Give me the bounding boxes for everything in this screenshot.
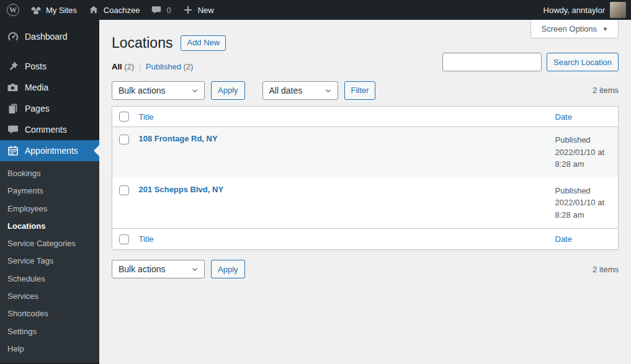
comments-count: 0: [166, 6, 171, 15]
search-input[interactable]: [442, 53, 542, 71]
all-dates-value: All dates: [269, 86, 303, 95]
comments-shortcut[interactable]: 0: [145, 0, 176, 20]
view-all-count: (2): [124, 62, 134, 71]
publish-status: Published: [555, 134, 612, 146]
filter-button[interactable]: Filter: [344, 81, 376, 100]
search-box: Search Location: [442, 53, 619, 71]
select-all-checkbox[interactable]: [119, 112, 129, 122]
wordpress-logo-icon: W: [7, 4, 19, 16]
home-icon: [88, 4, 99, 16]
submenu-item-locations[interactable]: Locations: [0, 218, 99, 235]
new-content-menu[interactable]: New: [177, 0, 220, 20]
sidebar-item-label: Posts: [25, 60, 47, 73]
submenu-item-services[interactable]: Services: [0, 288, 99, 305]
apply-button-bottom[interactable]: Apply: [211, 260, 245, 278]
screen-options-label: Screen Options: [541, 24, 597, 33]
submenu-item-bookings[interactable]: Bookings: [0, 165, 99, 182]
location-title-link[interactable]: 108 Frontage Rd, NY: [139, 134, 218, 143]
submenu-item-schedules[interactable]: Schedules: [0, 270, 99, 288]
submenu-item-service-categories[interactable]: Service Categories: [0, 235, 99, 252]
sort-date-link[interactable]: Date: [555, 112, 572, 122]
sidebar-item-posts[interactable]: Posts: [0, 56, 99, 77]
sidebar-item-label: Media: [25, 81, 48, 94]
bulk-actions-select[interactable]: Bulk actions: [112, 81, 205, 100]
apply-button[interactable]: Apply: [211, 81, 245, 100]
user-avatar: [610, 2, 626, 18]
chevron-down-icon: [324, 86, 333, 95]
row-checkbox[interactable]: [119, 185, 129, 195]
all-dates-select[interactable]: All dates: [262, 81, 338, 100]
table-row: 108 Frontage Rd, NY Published 2022/01/10…: [112, 127, 619, 178]
locations-table: Title Date 108 Frontage Rd, NY Published…: [112, 106, 619, 250]
publish-datetime: 2022/01/10 at 8:28 am: [555, 198, 605, 220]
select-all-checkbox[interactable]: [119, 234, 129, 244]
view-all-link[interactable]: All: [112, 62, 122, 71]
comment-icon: [7, 123, 19, 136]
sidebar-item-label: Dashboard: [25, 30, 68, 43]
column-footer-date: Date: [549, 229, 619, 250]
appointments-submenu: Bookings Payments Employees Locations Se…: [0, 161, 99, 363]
site-name-menu[interactable]: Coachzee: [83, 0, 146, 20]
howdy-text: Howdy, anntaylor: [544, 6, 605, 15]
chevron-down-icon: ▼: [602, 26, 608, 32]
publish-datetime: 2022/01/10 at 8:28 am: [555, 148, 605, 169]
bulk-actions-value: Bulk actions: [119, 264, 165, 274]
submenu-item-payments[interactable]: Payments: [0, 182, 99, 200]
admin-sidebar-menu: Dashboard Posts Media Pages Comment: [0, 20, 99, 364]
my-sites-menu[interactable]: My Sites: [25, 0, 83, 20]
row-checkbox[interactable]: [119, 135, 129, 144]
items-count: 2 items: [593, 86, 619, 95]
calendar-icon: [7, 144, 19, 157]
sidebar-item-pages[interactable]: Pages: [0, 98, 99, 119]
pages-icon: [7, 102, 19, 115]
add-new-button[interactable]: Add New: [181, 35, 226, 51]
date-cell: Published 2022/01/10 at 8:28 am: [549, 127, 619, 178]
new-label: New: [198, 6, 214, 15]
admin-toolbar: W My Sites Coachzee 0 New Howdy, anntayl…: [0, 0, 631, 20]
bulk-actions-select-bottom[interactable]: Bulk actions: [112, 260, 205, 278]
camera-icon: [7, 81, 19, 94]
publish-status: Published: [555, 185, 612, 197]
view-published-link[interactable]: Published: [146, 62, 181, 71]
search-location-button[interactable]: Search Location: [547, 53, 619, 71]
account-menu[interactable]: Howdy, anntaylor: [538, 0, 631, 20]
sidebar-item-dashboard[interactable]: Dashboard: [0, 26, 99, 47]
chevron-down-icon: [190, 86, 199, 95]
sidebar-item-label: Pages: [25, 102, 50, 115]
sort-title-link[interactable]: Title: [139, 112, 154, 122]
my-sites-label: My Sites: [46, 6, 77, 15]
location-title-link[interactable]: 201 Schepps Blvd, NY: [139, 185, 224, 194]
date-cell: Published 2022/01/10 at 8:28 am: [549, 178, 619, 229]
column-footer-title: Title: [133, 229, 549, 250]
views-separator: |: [139, 62, 141, 71]
submenu-item-service-tags[interactable]: Service Tags: [0, 252, 99, 270]
sidebar-item-comments[interactable]: Comments: [0, 119, 99, 140]
submenu-item-settings[interactable]: Settings: [0, 323, 99, 340]
tablenav-top: Bulk actions Apply All dates Filter 2 it…: [112, 81, 619, 100]
submenu-item-employees[interactable]: Employees: [0, 200, 99, 218]
sidebar-item-label: Comments: [25, 123, 67, 136]
chevron-down-icon: [190, 265, 199, 273]
dashboard-gauge-icon: [7, 30, 19, 43]
column-header-date: Date: [549, 106, 619, 127]
page-title: Locations: [112, 34, 172, 53]
tablenav-bottom: Bulk actions Apply 2 items: [112, 260, 619, 278]
table-row: 201 Schepps Blvd, NY Published 2022/01/1…: [112, 178, 619, 229]
sort-title-link[interactable]: Title: [139, 234, 154, 244]
pushpin-icon: [7, 60, 19, 73]
submenu-item-shortcodes[interactable]: Shortcodes: [0, 305, 99, 322]
sidebar-item-label: Appointments: [25, 144, 78, 157]
main-content: Screen Options ▼ Locations Add New Searc…: [99, 20, 631, 364]
comment-bubble-icon: [151, 4, 162, 16]
sort-date-link[interactable]: Date: [555, 234, 572, 244]
submenu-item-help[interactable]: Help: [0, 340, 99, 358]
network-houses-icon: [30, 4, 42, 16]
screen-options-button[interactable]: Screen Options ▼: [530, 20, 619, 38]
current-menu-arrow: [94, 145, 99, 156]
sidebar-item-appointments[interactable]: Appointments: [0, 140, 99, 161]
sidebar-item-media[interactable]: Media: [0, 77, 99, 98]
items-count: 2 items: [593, 265, 619, 274]
plus-icon: [182, 4, 194, 16]
bulk-actions-value: Bulk actions: [119, 86, 165, 95]
wordpress-menu-button[interactable]: W: [1, 0, 25, 20]
